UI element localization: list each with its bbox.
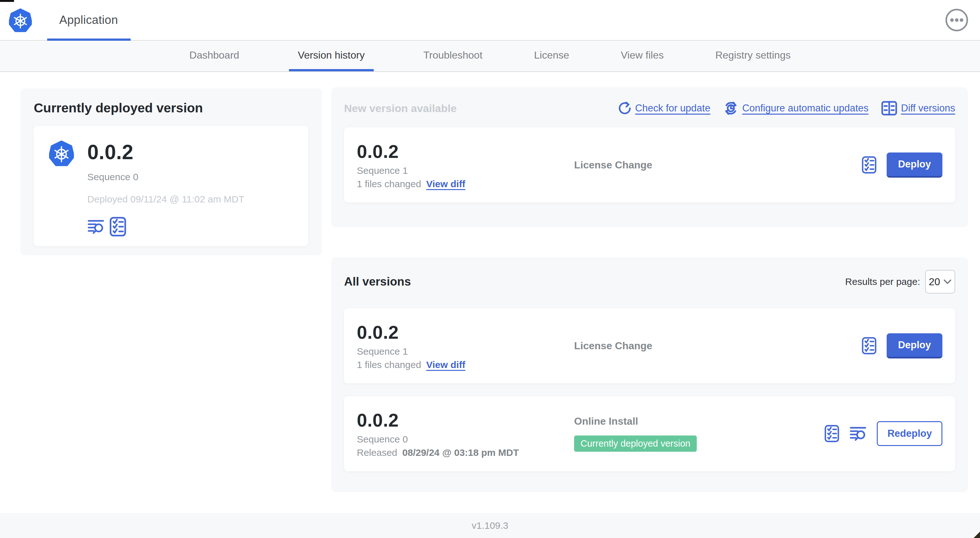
currently-deployed-title: Currently deployed version [34, 101, 309, 116]
sync-clock-icon [723, 101, 738, 116]
row-sequence: Sequence 1 [357, 346, 574, 357]
deployed-version-number: 0.0.2 [87, 140, 244, 164]
row-files-changed: 1 files changed [357, 179, 421, 189]
ellipsis-menu-button[interactable] [945, 8, 969, 32]
version-row: 0.0.2 Sequence 1 1 files changed View di… [344, 308, 955, 383]
preflight-results-button[interactable] [824, 425, 839, 443]
screen-edge-artifact [0, 0, 14, 2]
deploy-logs-magnifier-icon [87, 219, 105, 234]
tab-license[interactable]: License [532, 41, 571, 71]
preflight-results-button[interactable] [110, 217, 126, 236]
new-version-available-card: New version available Check for update C… [331, 87, 968, 227]
tab-version-history[interactable]: Version history [289, 41, 374, 71]
row-sequence: Sequence 1 [357, 165, 574, 176]
view-diff-link[interactable]: View diff [426, 359, 466, 370]
currently-deployed-card: Currently deployed version 0.0.2 Sequenc… [21, 89, 322, 255]
refresh-arrow-icon [617, 101, 632, 115]
preflight-checklist-icon [824, 425, 839, 443]
deploy-button[interactable]: Deploy [887, 333, 942, 359]
row-sequence: Sequence 0 [357, 434, 574, 445]
deploy-logs-button[interactable] [850, 426, 867, 441]
deploy-button[interactable]: Deploy [887, 152, 942, 178]
deploy-logs-button[interactable] [87, 219, 105, 234]
row-released-prefix: Released [357, 447, 397, 458]
diff-versions-link[interactable]: Diff versions [881, 101, 955, 116]
tab-registry-settings[interactable]: Registry settings [713, 41, 793, 71]
side-by-side-diff-icon [881, 101, 897, 116]
view-diff-link[interactable]: View diff [426, 179, 466, 189]
preflight-results-button[interactable] [862, 156, 877, 174]
preflight-checklist-icon [862, 156, 877, 174]
console-version-label: v1.109.3 [471, 520, 508, 531]
app-title[interactable]: Application [59, 0, 118, 40]
results-per-page-select[interactable]: 20 [925, 270, 955, 294]
results-per-page-label: Results per page: [845, 276, 920, 287]
tab-view-files[interactable]: View files [619, 41, 666, 71]
currently-deployed-badge: Currently deployed version [574, 435, 697, 452]
admin-console-screen: Application Dashboard Version history Tr… [0, 0, 980, 538]
check-for-update-link[interactable]: Check for update [617, 101, 711, 115]
version-row: 0.0.2 Sequence 0 Released 08/29/24 @ 03:… [344, 396, 955, 471]
kubernetes-logo-icon [9, 8, 32, 32]
app-header: Application [0, 0, 980, 41]
row-files-changed: 1 files changed [357, 359, 421, 370]
tab-troubleshoot[interactable]: Troubleshoot [422, 41, 485, 71]
configure-automatic-updates-link[interactable]: Configure automatic updates [723, 101, 869, 116]
kubernetes-app-icon [49, 140, 74, 167]
row-change-type: License Change [574, 159, 862, 171]
screen-corner-artifact [974, 532, 980, 538]
row-change-type: Online Install [574, 416, 824, 427]
deploy-logs-magnifier-icon [850, 426, 867, 441]
deployed-sequence: Sequence 0 [87, 171, 244, 183]
app-footer: v1.109.3 [0, 513, 980, 538]
row-version-number: 0.0.2 [357, 322, 574, 343]
row-version-number: 0.0.2 [357, 141, 574, 162]
currently-deployed-version-card: 0.0.2 Sequence 0 Deployed 09/11/24 @ 11:… [34, 126, 309, 246]
row-released-date: 08/29/24 @ 03:18 pm MDT [402, 447, 519, 458]
new-version-row: 0.0.2 Sequence 1 1 files changed View di… [344, 127, 955, 203]
all-versions-title: All versions [344, 275, 411, 289]
preflight-checklist-icon [110, 217, 126, 236]
chevron-down-icon [943, 279, 951, 285]
preflight-checklist-icon [862, 337, 877, 355]
app-title-active-underline [47, 38, 130, 41]
tab-dashboard[interactable]: Dashboard [187, 41, 241, 71]
redeploy-button[interactable]: Redeploy [877, 421, 942, 446]
app-tab-bar: Dashboard Version history Troubleshoot L… [0, 41, 980, 72]
row-version-number: 0.0.2 [357, 409, 574, 431]
deployed-timestamp: Deployed 09/11/24 @ 11:02 am MDT [87, 194, 244, 205]
preflight-results-button[interactable] [862, 337, 877, 355]
all-versions-card: All versions Results per page: 20 0.0.2 … [331, 257, 968, 492]
new-version-available-title: New version available [344, 102, 457, 114]
row-change-type: License Change [574, 340, 862, 352]
